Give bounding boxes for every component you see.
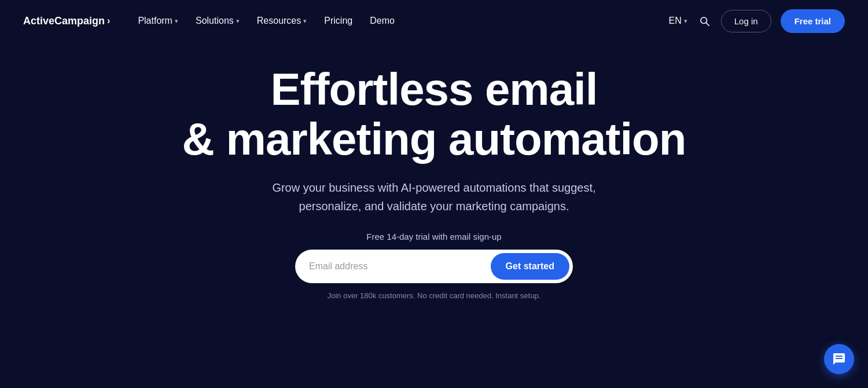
nav-item-platform[interactable]: Platform ▾	[131, 11, 185, 31]
logo-text: ActiveCampaign	[23, 15, 105, 27]
hero-section: Effortless email & marketing automation …	[0, 42, 868, 312]
nav-item-pricing[interactable]: Pricing	[317, 11, 359, 31]
nav-right: EN ▾ Log in Free trial	[669, 9, 845, 33]
svg-point-0	[701, 17, 707, 24]
navbar: ActiveCampaign › Platform ▾ Solutions ▾ …	[0, 0, 868, 42]
trial-label: Free 14-day trial with email sign-up	[366, 232, 501, 241]
free-trial-button[interactable]: Free trial	[781, 9, 845, 33]
nav-item-solutions[interactable]: Solutions ▾	[189, 11, 247, 31]
chat-icon	[832, 352, 846, 366]
language-selector[interactable]: EN ▾	[669, 16, 687, 26]
nav-item-resources[interactable]: Resources ▾	[250, 11, 314, 31]
fine-print: Join over 180k customers. No credit card…	[328, 291, 541, 300]
chevron-down-icon: ▾	[175, 17, 178, 25]
nav-left: ActiveCampaign › Platform ▾ Solutions ▾ …	[23, 11, 402, 31]
search-button[interactable]	[697, 13, 712, 28]
get-started-button[interactable]: Get started	[491, 253, 569, 280]
logo[interactable]: ActiveCampaign ›	[23, 15, 110, 27]
logo-arrow: ›	[107, 16, 110, 26]
search-icon	[699, 16, 709, 26]
chevron-down-icon: ▾	[303, 17, 307, 25]
chevron-down-icon: ▾	[684, 17, 687, 25]
chat-bubble-button[interactable]	[824, 344, 854, 374]
email-form: Get started	[295, 250, 573, 283]
login-button[interactable]: Log in	[721, 10, 771, 32]
chevron-down-icon: ▾	[236, 17, 240, 25]
hero-title: Effortless email & marketing automation	[182, 65, 686, 164]
hero-subtitle: Grow your business with AI-powered autom…	[255, 178, 613, 215]
nav-links: Platform ▾ Solutions ▾ Resources ▾ Prici…	[131, 11, 401, 31]
nav-item-demo[interactable]: Demo	[363, 11, 402, 31]
svg-line-1	[707, 23, 709, 26]
email-input[interactable]	[309, 261, 491, 272]
